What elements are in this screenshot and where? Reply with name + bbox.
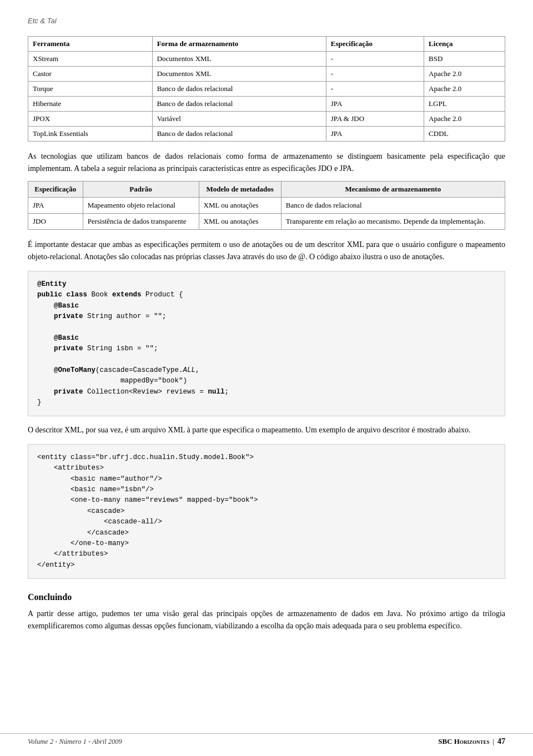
table-cell: Transparente em relação ao mecanismo. De…: [281, 214, 505, 230]
table-cell: Mapeamento objeto relacional: [83, 198, 199, 214]
col-header-especificacao: Especificação: [326, 37, 424, 52]
paragraph-4: A partir desse artigo, pudemos ter uma v…: [28, 608, 505, 632]
table-cell: CDDL: [424, 127, 505, 142]
table-row: JPOXVariávelJPA & JDOApache 2.0: [28, 112, 505, 127]
table-cell: Apache 2.0: [424, 82, 505, 97]
table-cell: XStream: [28, 52, 153, 67]
table-cell: Banco de dados relacional: [281, 198, 505, 214]
table-row: TopLink EssentialsBanco de dados relacio…: [28, 127, 505, 142]
col-header-forma: Forma de armazenamento: [152, 37, 326, 52]
code-block-2: <entity class="br.ufrj.dcc.hualin.Study.…: [28, 444, 505, 579]
table-cell: -: [326, 67, 424, 82]
table-cell: Apache 2.0: [424, 112, 505, 127]
table-cell: JDO: [28, 214, 83, 230]
page: Etc & Tal Ferramenta Forma de armazename…: [0, 0, 533, 756]
table-specs: Especificação Padrão Modelo de metadados…: [28, 181, 505, 230]
table-cell: -: [326, 82, 424, 97]
footer-page: 47: [497, 737, 505, 746]
footer-separator: |: [492, 738, 494, 746]
table-cell: JPOX: [28, 112, 153, 127]
table-cell: Variável: [152, 112, 326, 127]
table-tools: Ferramenta Forma de armazenamento Especi…: [28, 36, 505, 142]
col-header-ferramenta: Ferramenta: [28, 37, 153, 52]
table-cell: Castor: [28, 67, 153, 82]
footer-sbc: SBC Horizontes: [438, 737, 489, 746]
site-title: Etc & Tal: [28, 17, 505, 25]
table-cell: Torque: [28, 82, 153, 97]
spec-col-2: Modelo de metadados: [199, 182, 281, 198]
table-cell: JPA: [326, 127, 424, 142]
table-row: HibernateBanco de dados relacionalJPALGP…: [28, 97, 505, 112]
footer-right: SBC Horizontes | 47: [438, 737, 505, 746]
footer: Volume 2 - Número 1 - Abril 2009 SBC Hor…: [0, 733, 533, 746]
table-cell: TopLink Essentials: [28, 127, 153, 142]
table-cell: XML ou anotações: [199, 214, 281, 230]
paragraph-2: É importante destacar que ambas as espec…: [28, 239, 505, 263]
col-header-licenca: Licença: [424, 37, 505, 52]
table-row: CastorDocumentos XML-Apache 2.0: [28, 67, 505, 82]
table-cell: XML ou anotações: [199, 198, 281, 214]
spec-col-1: Padrão: [83, 182, 199, 198]
table-cell: Hibernate: [28, 97, 153, 112]
spec-col-3: Mecanismo de armazenamento: [281, 182, 505, 198]
table-cell: Documentos XML: [152, 52, 326, 67]
table-cell: -: [326, 52, 424, 67]
footer-volume: Volume 2 - Número 1 - Abril 2009: [28, 738, 122, 746]
table-row: TorqueBanco de dados relacional-Apache 2…: [28, 82, 505, 97]
table-cell: Banco de dados relacional: [152, 97, 326, 112]
table-cell: Banco de dados relacional: [152, 82, 326, 97]
table-cell: LGPL: [424, 97, 505, 112]
table-row: XStreamDocumentos XML-BSD: [28, 52, 505, 67]
paragraph-3: O descritor XML, por sua vez, é um arqui…: [28, 424, 505, 436]
table-cell: Documentos XML: [152, 67, 326, 82]
table-cell: Banco de dados relacional: [152, 127, 326, 142]
code-block-1: @Entity public class Book extends Produc…: [28, 271, 505, 417]
table-cell: JPA & JDO: [326, 112, 424, 127]
table-row: JPAMapeamento objeto relacionalXML ou an…: [28, 198, 505, 214]
table-cell: JPA: [326, 97, 424, 112]
table-row: JDOPersistência de dados transparenteXML…: [28, 214, 505, 230]
table-cell: JPA: [28, 198, 83, 214]
table-cell: BSD: [424, 52, 505, 67]
paragraph-1: As tecnologias que utilizam bancos de da…: [28, 150, 505, 174]
spec-col-0: Especificação: [28, 182, 83, 198]
section-heading-concluindo: Concluindo: [28, 592, 505, 602]
table-cell: Apache 2.0: [424, 67, 505, 82]
table-cell: Persistência de dados transparente: [83, 214, 199, 230]
